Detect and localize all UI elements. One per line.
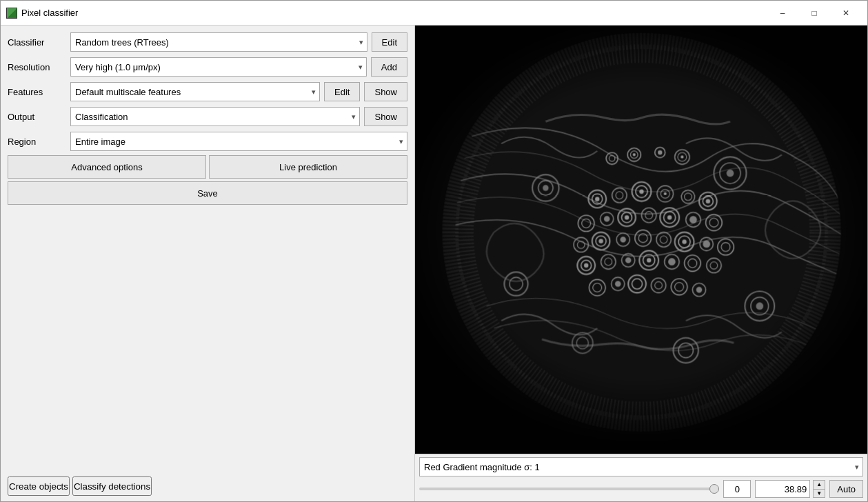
resolution-label: Resolution <box>8 62 66 72</box>
region-select[interactable]: Entire image Current view Annotations on… <box>70 132 407 151</box>
spacer <box>8 208 407 470</box>
classifier-select-wrapper: Random trees (RTrees) SVM ANN_MLP <box>70 32 367 52</box>
edit-features-button[interactable]: Edit <box>324 82 360 101</box>
right-panel: Red Gradient magnitude σ: 1 Green Gradie… <box>414 26 867 501</box>
resolution-select[interactable]: Very high (1.0 μm/px) High (2.0 μm/px) M… <box>70 57 367 77</box>
image-area <box>415 26 867 454</box>
features-row: Features Default multiscale features Cus… <box>8 81 407 103</box>
max-value-spinner: ▲ ▼ <box>755 480 825 498</box>
output-label: Output <box>8 112 66 122</box>
show-features-button[interactable]: Show <box>364 82 407 101</box>
slider-value-display: 0 <box>723 480 751 498</box>
brightness-slider-thumb[interactable] <box>709 484 719 494</box>
channel-selector-row: Red Gradient magnitude σ: 1 Green Gradie… <box>419 457 863 476</box>
svg-rect-109 <box>415 26 867 454</box>
output-select-wrapper: Classification Probability Prediction <box>70 107 360 126</box>
advanced-options-button[interactable]: Advanced options <box>8 155 206 179</box>
window-title: Pixel classifier <box>21 8 767 18</box>
main-content: Classifier Random trees (RTrees) SVM ANN… <box>1 26 867 501</box>
main-window: Pixel classifier – □ ✕ Classifier Random… <box>0 0 868 502</box>
edit-classifier-button[interactable]: Edit <box>372 32 407 52</box>
close-button[interactable]: ✕ <box>830 1 862 26</box>
resolution-select-wrapper: Very high (1.0 μm/px) High (2.0 μm/px) M… <box>70 57 367 77</box>
classify-detections-button[interactable]: Classify detections <box>72 476 152 496</box>
channel-select[interactable]: Red Gradient magnitude σ: 1 Green Gradie… <box>419 457 863 476</box>
channel-select-wrapper: Red Gradient magnitude σ: 1 Green Gradie… <box>419 457 863 476</box>
features-label: Features <box>8 87 66 97</box>
auto-button[interactable]: Auto <box>829 480 863 498</box>
spinner-button-group: ▲ ▼ <box>813 480 825 498</box>
window-controls: – □ ✕ <box>767 1 862 26</box>
bottom-controls: Red Gradient magnitude σ: 1 Green Gradie… <box>415 454 867 501</box>
brightness-row: 0 ▲ ▼ Auto <box>419 479 863 499</box>
features-select[interactable]: Default multiscale features Custom featu… <box>70 82 320 101</box>
resolution-row: Resolution Very high (1.0 μm/px) High (2… <box>8 56 407 78</box>
bottom-action-bar: Create objects Classify detections <box>8 472 407 496</box>
classifier-label: Classifier <box>8 37 66 48</box>
create-objects-button[interactable]: Create objects <box>8 476 70 496</box>
classifier-select[interactable]: Random trees (RTrees) SVM ANN_MLP <box>70 32 367 52</box>
show-output-button[interactable]: Show <box>364 107 407 126</box>
save-button[interactable]: Save <box>8 181 407 205</box>
maximize-button[interactable]: □ <box>798 1 830 26</box>
minimize-button[interactable]: – <box>767 1 798 26</box>
live-prediction-button[interactable]: Live prediction <box>209 155 407 179</box>
title-bar: Pixel classifier – □ ✕ <box>1 1 867 26</box>
output-select[interactable]: Classification Probability Prediction <box>70 107 360 126</box>
spinner-up-button[interactable]: ▲ <box>813 480 825 489</box>
add-button[interactable]: Add <box>371 57 407 77</box>
output-row: Output Classification Probability Predic… <box>8 106 407 128</box>
region-row: Region Entire image Current view Annotat… <box>8 130 407 152</box>
advanced-live-row: Advanced options Live prediction <box>8 155 407 179</box>
save-row: Save <box>8 181 407 205</box>
spinner-down-button[interactable]: ▼ <box>813 489 825 499</box>
classifier-row: Classifier Random trees (RTrees) SVM ANN… <box>8 31 407 53</box>
left-panel: Classifier Random trees (RTrees) SVM ANN… <box>1 26 414 501</box>
region-select-wrapper: Entire image Current view Annotations on… <box>70 132 407 151</box>
app-icon <box>6 8 17 19</box>
features-select-wrapper: Default multiscale features Custom featu… <box>70 82 320 101</box>
microscope-image <box>415 26 867 454</box>
region-label: Region <box>8 137 66 147</box>
max-value-input[interactable] <box>755 480 810 498</box>
brightness-slider-track[interactable] <box>419 488 719 490</box>
